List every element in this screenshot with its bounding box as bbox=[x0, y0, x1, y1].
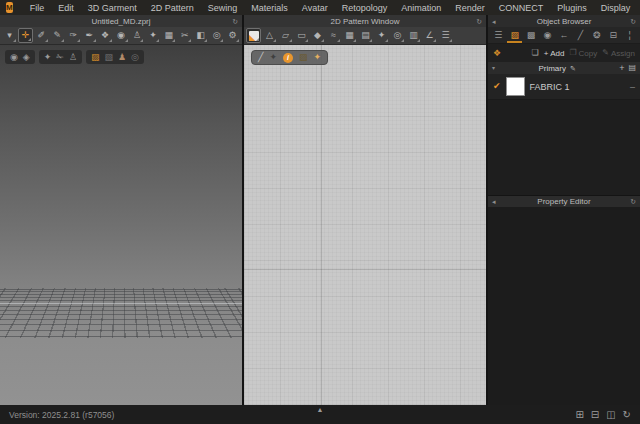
tab-buttonhole[interactable]: ⊟ bbox=[605, 27, 621, 43]
tab-fabric[interactable]: ▨ bbox=[506, 27, 522, 43]
property-editor-header[interactable]: ◂ Property Editor ↻ bbox=[488, 195, 640, 207]
measure-icon: ∠ bbox=[425, 31, 433, 40]
fabric-check-icon[interactable]: ✔ bbox=[493, 82, 501, 91]
triple-view-layout-icon[interactable]: ◫ bbox=[606, 410, 615, 420]
2d-pattern-canvas[interactable]: ╱ ✦ i ▨ ✦ bbox=[244, 45, 486, 405]
show-stroke-icon[interactable]: ╱ bbox=[258, 53, 263, 62]
select-lasso-icon: ✐ bbox=[38, 31, 46, 40]
menu-item-materials[interactable]: Materials bbox=[244, 3, 295, 13]
copy-fabric-button[interactable]: ❐ Copy bbox=[569, 49, 597, 58]
tool-dart-button[interactable]: ◆ bbox=[310, 28, 325, 43]
tool-fabric-texture-button[interactable]: ▤ bbox=[358, 28, 373, 43]
show-garment-icon[interactable]: ✦ bbox=[44, 53, 52, 62]
tool-gizmo-sphere-button[interactable]: ◉ bbox=[114, 28, 129, 43]
tab-button[interactable]: ❂ bbox=[589, 27, 605, 43]
view-3d-mode-icon[interactable]: ◉ bbox=[10, 53, 18, 62]
tool-pin-button[interactable]: ✑ bbox=[66, 28, 81, 43]
tool-edit-pattern-button[interactable]: △ bbox=[262, 28, 277, 43]
copy-icon: ❐ bbox=[569, 49, 576, 57]
fabric-swatch[interactable] bbox=[506, 77, 525, 96]
tool-scissors-button[interactable]: ✂ bbox=[177, 28, 192, 43]
single-view-layout-icon[interactable]: ⊞ bbox=[575, 410, 583, 420]
dock-arrow-icon[interactable]: ◂ bbox=[492, 198, 496, 205]
show-info-icon[interactable]: i bbox=[283, 53, 293, 63]
3d-viewport[interactable]: ◉ ◈ ✦ ✁ ♙ ▨ ▧ ♟ ◎ bbox=[0, 45, 242, 405]
menu-item-connect[interactable]: CONNECT bbox=[492, 3, 551, 13]
rename-pencil-icon[interactable]: ✎ bbox=[570, 65, 576, 72]
primary-section-header[interactable]: ▾ Primary ✎ + ▤ bbox=[488, 62, 640, 74]
tool-fit-check-button[interactable]: ◎ bbox=[209, 28, 224, 43]
view-garment-mode-icon[interactable]: ◈ bbox=[23, 53, 30, 62]
tab-zipper[interactable]: ¦ bbox=[622, 27, 638, 43]
mesh-surface-icon[interactable]: ♟ bbox=[118, 53, 126, 62]
menu-item-display[interactable]: Display bbox=[594, 3, 638, 13]
tool-arrangement-grid-button[interactable]: ▦ bbox=[161, 28, 176, 43]
fabric-list-item[interactable]: ✔ FABRIC 1 – bbox=[488, 74, 640, 100]
tool-sewing-pin-button[interactable]: ✒ bbox=[82, 28, 97, 43]
paste-icon[interactable]: ❏ bbox=[532, 49, 539, 57]
menu-item-sewing[interactable]: Sewing bbox=[201, 3, 245, 13]
create-polygon-icon: ▱ bbox=[282, 31, 289, 40]
2d-display-overlay-toolbar: ╱ ✦ i ▨ ✦ bbox=[251, 50, 328, 65]
show-sewing-icon[interactable]: ✁ bbox=[56, 53, 64, 62]
tool-simulate-button[interactable]: ▾ bbox=[2, 28, 17, 43]
menu-item-retopology[interactable]: Retopology bbox=[335, 3, 395, 13]
tool-flatten-button[interactable]: ◧ bbox=[193, 28, 208, 43]
tab-scene[interactable]: ☰ bbox=[490, 27, 506, 43]
add-fabric-button[interactable]: + Add bbox=[544, 49, 565, 58]
tool-arrange-points-button[interactable]: ❖ bbox=[98, 28, 113, 43]
tool-seam-allowance-button[interactable]: ▦ bbox=[342, 28, 357, 43]
tool-select-move-button[interactable]: ✛ bbox=[18, 28, 33, 43]
tool-zipper-button[interactable]: ☰ bbox=[438, 28, 453, 43]
monochrome-surface-icon[interactable]: ◎ bbox=[131, 53, 139, 62]
dual-view-layout-icon[interactable]: ⊟ bbox=[591, 410, 599, 420]
tab-trim[interactable]: ◉ bbox=[539, 27, 555, 43]
tool-avatar-button[interactable]: ♙ bbox=[130, 28, 145, 43]
tool-create-polygon-button[interactable]: ▱ bbox=[278, 28, 293, 43]
tool-transform-pattern-button[interactable]: ◣ bbox=[246, 28, 261, 43]
menu-item-render[interactable]: Render bbox=[448, 3, 492, 13]
md-logo-icon[interactable]: M bbox=[6, 2, 13, 13]
show-avatar-icon[interactable]: ♙ bbox=[69, 53, 77, 62]
assign-fabric-button[interactable]: ✎ Assign bbox=[602, 49, 635, 58]
object-browser-header[interactable]: ◂ Object Browser ↻ bbox=[488, 15, 640, 27]
menu-item-2d-pattern[interactable]: 2D Pattern bbox=[144, 3, 201, 13]
panel-popout-icon[interactable]: ↻ bbox=[630, 198, 636, 205]
tool-garment-button[interactable]: ✦ bbox=[374, 28, 389, 43]
tool-settings-button[interactable]: ⚙ bbox=[225, 28, 240, 43]
tool-notch-button[interactable]: ◎ bbox=[390, 28, 405, 43]
tool-edit-sewing-button[interactable]: ≈ bbox=[326, 28, 341, 43]
3d-window-title-bar[interactable]: Untitled_MD.zprj ↻ bbox=[0, 15, 242, 27]
thick-textured-surface-icon[interactable]: ▧ bbox=[104, 53, 113, 62]
tool-garment-fit-button[interactable]: ✦ bbox=[145, 28, 160, 43]
remove-fabric-icon[interactable]: – bbox=[630, 82, 635, 92]
show-garment-icon[interactable]: ✦ bbox=[269, 53, 277, 62]
2d-window-title-bar[interactable]: 2D Pattern Window ↻ bbox=[244, 15, 486, 27]
show-texture-icon[interactable]: ✦ bbox=[313, 53, 321, 62]
tool-select-box-button[interactable]: ✎ bbox=[50, 28, 65, 43]
transform-pattern-icon: ◣ bbox=[249, 31, 259, 41]
dock-arrow-icon[interactable]: ◂ bbox=[492, 18, 496, 25]
tool-measure-button[interactable]: ∠ bbox=[422, 28, 437, 43]
tab-topstitch[interactable]: ← bbox=[556, 27, 572, 43]
textured-surface-icon[interactable]: ▨ bbox=[91, 53, 100, 62]
tool-grading-button[interactable]: ▥ bbox=[406, 28, 421, 43]
tab-graphic[interactable]: ▩ bbox=[523, 27, 539, 43]
panel-popout-icon[interactable]: ↻ bbox=[630, 18, 636, 25]
menu-item-file[interactable]: File bbox=[23, 3, 52, 13]
menu-item-avatar[interactable]: Avatar bbox=[295, 3, 335, 13]
show-fabric-icon[interactable]: ▨ bbox=[299, 53, 308, 62]
menu-item-plugins[interactable]: Plugins bbox=[550, 3, 594, 13]
menu-item-animation[interactable]: Animation bbox=[394, 3, 448, 13]
panel-popout-icon[interactable]: ↻ bbox=[476, 18, 482, 25]
panel-popout-icon[interactable]: ↻ bbox=[232, 18, 238, 25]
tab-stitch[interactable]: ╱ bbox=[572, 27, 588, 43]
reset-layout-icon[interactable]: ↻ bbox=[623, 410, 631, 420]
menu-item-3d-garment[interactable]: 3D Garment bbox=[81, 3, 144, 13]
expand-bottom-panel-arrow[interactable]: ▲ bbox=[317, 406, 324, 413]
folder-icon[interactable]: ▤ bbox=[628, 64, 636, 72]
add-section-icon[interactable]: + bbox=[619, 64, 624, 73]
tool-create-rectangle-button[interactable]: ▭ bbox=[294, 28, 309, 43]
tool-select-lasso-button[interactable]: ✐ bbox=[34, 28, 49, 43]
menu-item-edit[interactable]: Edit bbox=[51, 3, 81, 13]
